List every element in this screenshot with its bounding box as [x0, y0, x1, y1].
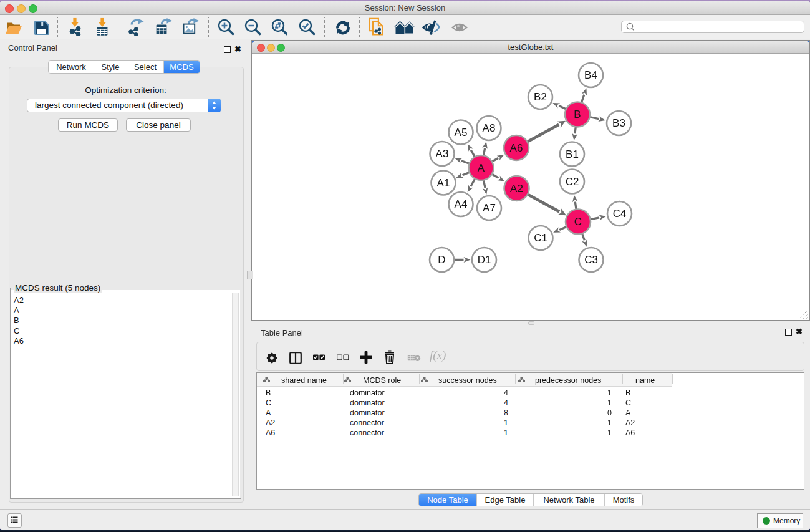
svg-text:C4: C4 — [613, 208, 627, 220]
svg-text:C3: C3 — [584, 254, 598, 266]
svg-text:B: B — [574, 109, 581, 120]
svg-text:D1: D1 — [478, 254, 491, 266]
svg-text:C1: C1 — [534, 232, 547, 244]
svg-text:A8: A8 — [483, 122, 496, 134]
svg-text:B2: B2 — [534, 91, 547, 103]
svg-text:A2: A2 — [510, 183, 523, 195]
svg-text:B4: B4 — [584, 69, 597, 81]
svg-text:A: A — [478, 162, 485, 174]
svg-text:B3: B3 — [612, 117, 625, 129]
svg-text:A6: A6 — [510, 142, 523, 154]
svg-text:A4: A4 — [455, 198, 468, 210]
svg-text:A5: A5 — [455, 127, 468, 138]
svg-text:C: C — [574, 216, 582, 228]
svg-text:D: D — [438, 254, 445, 266]
svg-text:A3: A3 — [436, 148, 449, 160]
svg-text:A7: A7 — [483, 202, 496, 214]
svg-text:C2: C2 — [566, 176, 579, 188]
svg-text:A1: A1 — [437, 177, 450, 189]
svg-text:B1: B1 — [566, 148, 579, 160]
